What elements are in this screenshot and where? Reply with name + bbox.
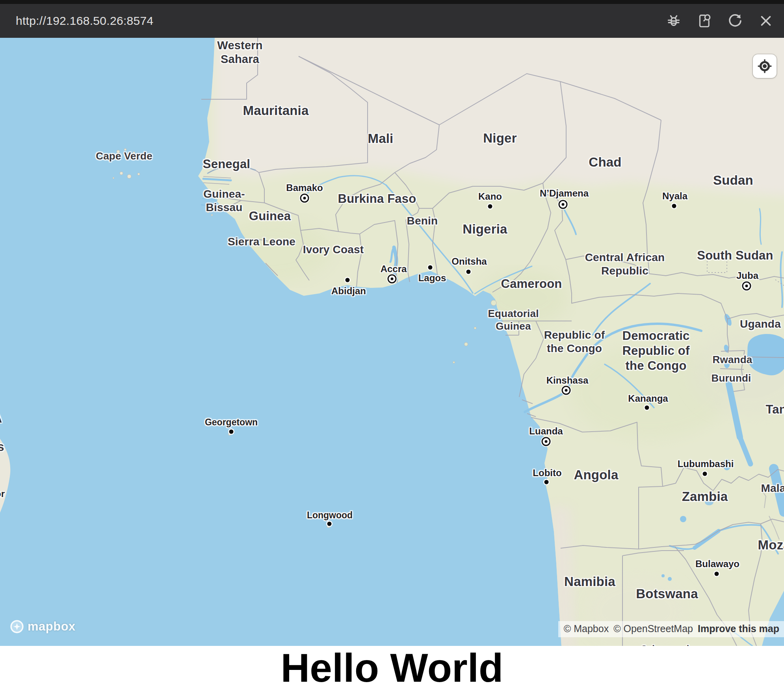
geolocate-icon: [757, 58, 773, 74]
browser-actions: [664, 11, 784, 30]
bug-icon: [665, 13, 682, 29]
mapbox-logo-text: mapbox: [28, 620, 76, 634]
close-button[interactable]: [756, 11, 775, 30]
url-field[interactable]: http://192.168.50.26:8574: [0, 14, 153, 28]
close-icon: [758, 13, 774, 29]
mapbox-attribution-link[interactable]: © Mapbox: [564, 623, 609, 634]
basemap-graphics: [0, 38, 784, 646]
osm-attribution-link[interactable]: © OpenStreetMap: [613, 623, 693, 634]
browser-bar: http://192.168.50.26:8574: [0, 0, 784, 38]
debug-button[interactable]: [664, 11, 683, 30]
reload-icon: [727, 13, 743, 29]
page-heading: Hello World: [0, 646, 784, 690]
page-body: Hello World: [0, 646, 784, 690]
map-canvas[interactable]: Western SaharaMauritaniaMaliNigerChadSud…: [0, 38, 784, 646]
reload-button[interactable]: [726, 11, 745, 30]
map-attribution: © Mapbox © OpenStreetMap Improve this ma…: [558, 621, 784, 637]
inspect-page-button[interactable]: [695, 11, 714, 30]
improve-this-map-link[interactable]: Improve this map: [698, 623, 779, 634]
geolocate-button[interactable]: [753, 54, 777, 78]
inspect-page-icon: [696, 13, 713, 29]
mapbox-logo-icon: [9, 619, 24, 634]
mapbox-logo[interactable]: mapbox: [9, 619, 76, 634]
